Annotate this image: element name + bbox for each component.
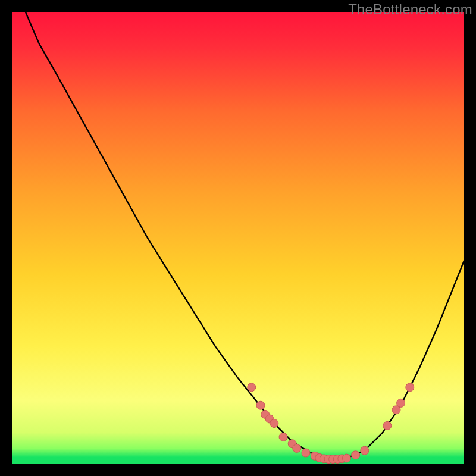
- gradient-background: [12, 12, 464, 464]
- data-point: [248, 383, 256, 392]
- data-point: [361, 446, 369, 455]
- chart-frame: [12, 12, 464, 464]
- data-point: [256, 401, 265, 409]
- data-point: [342, 454, 350, 462]
- data-point: [270, 419, 278, 428]
- data-point: [352, 451, 360, 459]
- chart-svg: [12, 12, 464, 464]
- data-point: [383, 421, 392, 430]
- data-point: [406, 383, 414, 392]
- data-point: [397, 399, 405, 407]
- data-point: [302, 449, 310, 457]
- data-point: [293, 444, 301, 452]
- data-point: [279, 433, 287, 441]
- watermark-text: TheBottleneck.com: [348, 1, 472, 18]
